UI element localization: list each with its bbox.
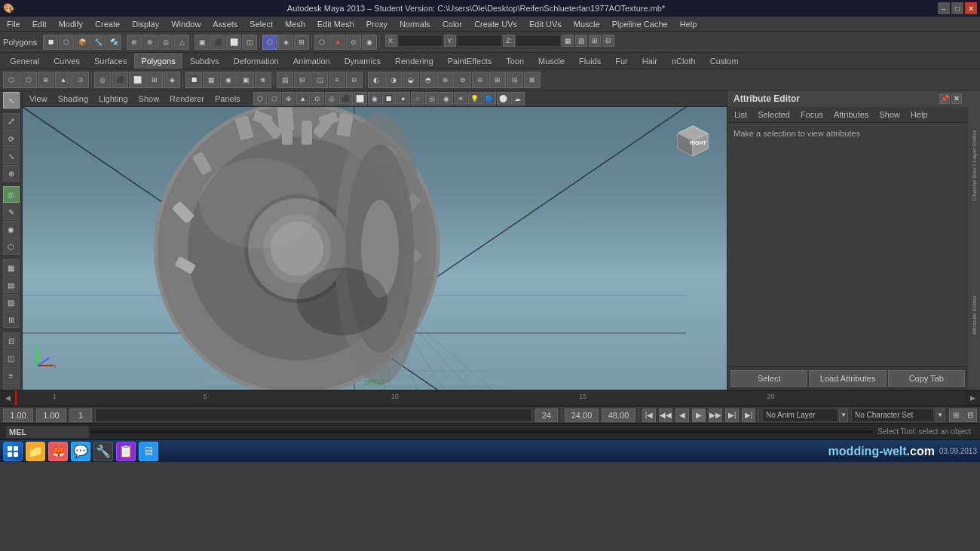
timeline-track[interactable]: 15101520 [15,390,965,406]
shape-tool-18[interactable]: ≡ [329,72,345,88]
shape-tool-11[interactable]: ▦ [203,72,219,88]
shape-tool-25[interactable]: ⊜ [455,72,471,88]
menu-item-proxy[interactable]: Proxy [363,19,391,29]
start-button[interactable] [3,442,23,461]
viewport-menu-shading[interactable]: Shading [54,93,92,104]
move-tool[interactable]: ⤢ [3,113,20,130]
scale-tool[interactable]: ⤡ [3,148,20,164]
vp-icon-3[interactable]: ▲ [296,92,310,106]
select-tool[interactable]: ↖ [3,92,20,109]
vp-icon-4[interactable]: ⊙ [311,92,324,106]
firefox-button[interactable]: 🦊 [48,442,68,461]
shape-tool-20[interactable]: ◐ [368,72,384,88]
toolbar-icon-10[interactable]: ▣ [194,35,210,50]
tab-custom[interactable]: Custom [703,54,746,69]
playhead[interactable] [15,390,17,406]
next-frame-button[interactable]: ▶▶ [709,409,722,422]
vp-icon-12[interactable]: ◎ [425,92,439,106]
shape-tool-2[interactable]: ⊕ [38,72,54,88]
ae-tab-attributes[interactable]: Attributes [831,109,871,120]
tab-general[interactable]: General [3,54,46,69]
tab-rendering[interactable]: Rendering [388,54,440,69]
vp-icon-7[interactable]: ⬜ [354,92,367,106]
vp-icon-13[interactable]: ◉ [439,92,453,106]
toolbar-icon-1[interactable]: 🔲 [43,35,58,50]
shape-tool-0[interactable]: ⬡ [3,72,20,88]
shape-tool-27[interactable]: ⊞ [489,72,506,88]
viewport-menu-show[interactable]: Show [135,93,164,104]
toolbar-icon-2[interactable]: ⬡ [59,35,74,50]
shape-tool-10[interactable]: 🔲 [185,72,202,88]
toolbar-icon-5[interactable]: 🔩 [106,35,121,50]
ae-tab-selected[interactable]: Selected [755,109,792,120]
shape-tool-29[interactable]: ⊠ [524,72,541,88]
toolbar-right-4[interactable]: ⊟ [602,35,614,47]
tab-deformation[interactable]: Deformation [227,54,286,69]
toolbar-icon-19[interactable]: ⊙ [346,35,361,50]
maximize-button[interactable]: □ [951,2,963,14]
toolbar-icon-13[interactable]: ◫ [242,35,257,50]
rivet-tool[interactable]: ⬡ [3,238,20,255]
shape-tool-1[interactable]: ⬡ [20,72,37,88]
x-field[interactable] [398,35,443,47]
shape-tool-23[interactable]: ◓ [420,72,436,88]
shape-tool-13[interactable]: ▣ [237,72,254,88]
load-attributes-button[interactable]: Load Attributes [809,370,886,387]
vp-icon-9[interactable]: 🔲 [382,92,396,106]
component-4[interactable]: ⊞ [3,311,20,328]
vp-icon-2[interactable]: ⊕ [282,92,296,106]
menu-item-modify[interactable]: Modify [55,19,87,29]
range-end-field[interactable]: 48.00 [602,409,635,422]
shape-tool-17[interactable]: ◫ [311,72,328,88]
snap-4[interactable]: ⊗ [3,384,20,390]
tab-painteffects[interactable]: PaintEffects [441,54,499,69]
z-field[interactable] [516,35,561,47]
channel-box-label[interactable]: Channe Box / Layer Editor [968,90,980,240]
component-3[interactable]: ▧ [3,294,20,311]
shape-tool-19[interactable]: ⊝ [346,72,363,88]
toolbar-icon-18[interactable]: 🔺 [330,35,345,50]
toolbar-icon-8[interactable]: ◎ [158,35,173,50]
shape-tool-6[interactable]: ⬛ [112,72,128,88]
toolbar-icon-3[interactable]: 📦 [75,35,90,50]
ae-tab-focus[interactable]: Focus [798,109,825,120]
ae-tab-show[interactable]: Show [877,109,902,120]
shape-tool-4[interactable]: ⊙ [72,72,89,88]
maya-button[interactable]: 🔧 [93,442,113,461]
toolbar-right-1[interactable]: ▦ [562,35,574,47]
ae-tab-list[interactable]: List [732,109,749,120]
viewport-menu-view[interactable]: View [26,93,51,104]
toolbar-icon-14[interactable]: ⬡ [262,35,277,50]
extra-btn-2[interactable]: ⊟ [963,409,977,422]
ae-close-btn[interactable]: ✕ [951,93,962,104]
explorer-button[interactable]: 📁 [26,442,45,461]
rotate-tool[interactable]: ⟳ [3,130,20,147]
tab-animation[interactable]: Animation [286,54,337,69]
paint-tool[interactable]: ✎ [3,204,20,220]
tab-surfaces[interactable]: Surfaces [87,54,133,69]
copy-tab-button[interactable]: Copy Tab [888,370,965,387]
tab-ncloth[interactable]: nCloth [665,54,703,69]
tab-fur[interactable]: Fur [608,54,635,69]
toolbar-icon-9[interactable]: △ [174,35,189,50]
current-frame-field[interactable]: 1 [69,409,92,422]
shape-tool-12[interactable]: ◉ [220,72,237,88]
tab-curves[interactable]: Curves [47,54,87,69]
next-key-button[interactable]: ▶| [725,409,739,422]
shape-tool-16[interactable]: ⊟ [294,72,311,88]
vp-icon-18[interactable]: ☁ [511,92,525,106]
shape-tool-9[interactable]: ◈ [164,72,180,88]
menu-item-file[interactable]: File [3,19,24,29]
prev-frame-button[interactable]: ◀ [675,409,689,422]
menu-item-display[interactable]: Display [128,19,163,29]
mel-label[interactable]: MEL [6,426,89,438]
toolbar-right-2[interactable]: ▧ [575,35,587,47]
go-end-button[interactable]: ▶| [742,409,755,422]
range-end-time[interactable]: 24.00 [565,409,599,422]
vp-icon-0[interactable]: ⬡ [253,92,267,106]
toolbar-icon-20[interactable]: ◉ [362,35,377,50]
menu-item-pipeline-cache[interactable]: Pipeline Cache [608,19,672,29]
menu-item-create[interactable]: Create [91,19,124,29]
shape-tool-3[interactable]: ▲ [55,72,72,88]
playback-slider[interactable] [95,409,532,422]
